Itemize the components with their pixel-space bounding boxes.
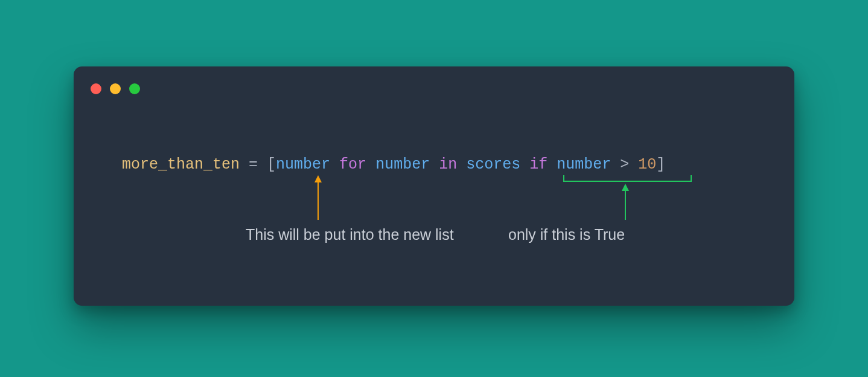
bracket-green-icon bbox=[564, 175, 691, 181]
maximize-icon[interactable] bbox=[129, 83, 140, 94]
code-iterable: scores bbox=[466, 156, 520, 173]
code-window: more_than_ten = [number for number in sc… bbox=[74, 66, 794, 306]
code-variable: more_than_ten bbox=[122, 156, 240, 173]
code-equals: = bbox=[240, 156, 267, 173]
code-cond-var: number bbox=[557, 156, 611, 173]
code-loop-var: number bbox=[375, 156, 430, 173]
code-cond-value: 10 bbox=[638, 156, 656, 173]
code-output-expr: number bbox=[276, 156, 330, 173]
annotation-left: This will be put into the new list bbox=[246, 225, 454, 243]
code-keyword-for: for bbox=[339, 156, 366, 173]
stage: more_than_ten = [number for number in sc… bbox=[0, 0, 868, 377]
code-cond-op: > bbox=[620, 156, 629, 173]
annotation-arrows bbox=[74, 66, 794, 306]
annotation-right: only if this is True bbox=[508, 225, 625, 243]
code-close-bracket: ] bbox=[656, 156, 665, 173]
code-keyword-if: if bbox=[529, 156, 547, 173]
code-keyword-in: in bbox=[439, 156, 457, 173]
minimize-icon[interactable] bbox=[110, 83, 121, 94]
code-open-bracket: [ bbox=[267, 156, 276, 173]
close-icon[interactable] bbox=[91, 83, 101, 94]
code-line: more_than_ten = [number for number in sc… bbox=[122, 156, 665, 174]
window-controls bbox=[91, 83, 140, 94]
